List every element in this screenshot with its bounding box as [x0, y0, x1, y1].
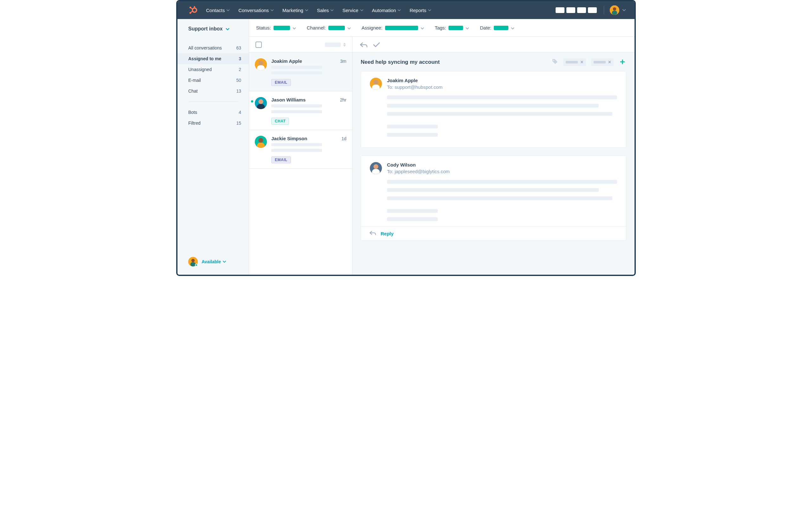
caret-down-icon	[293, 25, 296, 30]
nav-item-reports[interactable]: Reports	[409, 8, 431, 13]
hubspot-logo[interactable]	[188, 5, 198, 15]
svg-point-27	[373, 164, 378, 169]
contact-name: Jason Williams	[271, 97, 306, 103]
svg-point-22	[553, 60, 554, 61]
filter-value-placeholder	[328, 26, 345, 30]
nav-item-automation[interactable]: Automation	[372, 8, 401, 13]
channel-badge: EMAIL	[271, 79, 291, 86]
conversation-card[interactable]: Jason Williams 2hr CHAT	[249, 91, 352, 130]
user-menu[interactable]	[610, 5, 626, 15]
svg-point-5	[194, 6, 195, 8]
svg-rect-21	[257, 143, 265, 148]
filter-value-placeholder	[273, 26, 290, 30]
sidebar-item-label: E-mail	[188, 78, 201, 83]
reply-button[interactable]	[359, 42, 368, 48]
nav-item-conversations[interactable]: Conversations	[238, 8, 273, 13]
conversation-header: Need help syncing my account × ×	[361, 58, 626, 66]
nav-placeholder-button[interactable]	[556, 7, 564, 13]
sidebar-item[interactable]: Bots 4	[177, 107, 249, 118]
caret-down-icon	[223, 261, 226, 263]
preview-placeholder	[271, 143, 322, 146]
chevron-down-icon	[622, 9, 626, 11]
nav-item-service[interactable]: Service	[342, 8, 363, 13]
sidebar-item-count: 2	[239, 67, 241, 72]
sort-toggle[interactable]	[343, 43, 346, 47]
channel-badge: CHAT	[271, 118, 289, 125]
list-toolbar	[249, 37, 352, 52]
unread-indicator-icon	[251, 100, 253, 103]
status-dot-icon	[195, 264, 198, 267]
conversation-detail: Need help syncing my account × ×	[352, 53, 635, 275]
svg-point-20	[258, 138, 263, 143]
sidebar-item-label: Unassigned	[188, 67, 212, 72]
filter-assignee[interactable]: Assignee:	[361, 25, 424, 30]
reply-button[interactable]: Reply	[381, 231, 394, 236]
inbox-selector[interactable]: Support inbox	[177, 26, 249, 32]
sidebar-item-label: Chat	[188, 88, 198, 93]
sidebar-item-label: Assigned to me	[188, 56, 221, 61]
filter-tags[interactable]: Tags:	[435, 25, 469, 30]
select-all-checkbox[interactable]	[256, 42, 262, 48]
sidebar-primary-list: All conversations 63Assigned to me 3Unas…	[177, 43, 249, 97]
message-from: Cody Wilson	[387, 162, 450, 167]
nav-item-marketing[interactable]: Marketing	[282, 8, 308, 13]
nav-placeholder-button[interactable]	[567, 7, 575, 13]
filter-status[interactable]: Status:	[256, 25, 296, 30]
conversation-subject: Need help syncing my account	[361, 59, 547, 65]
remove-tag-icon[interactable]: ×	[608, 60, 611, 65]
preview-placeholder	[271, 149, 322, 152]
conversation-time: 2hr	[340, 98, 346, 103]
inbox-label: Support inbox	[188, 26, 223, 32]
status-avatar[interactable]	[188, 257, 198, 267]
filter-date[interactable]: Date:	[480, 25, 514, 30]
detail-toolbar	[352, 37, 635, 52]
contact-avatar	[255, 136, 267, 148]
nav-placeholder-button[interactable]	[577, 7, 586, 13]
chevron-down-icon	[428, 9, 431, 12]
remove-tag-icon[interactable]: ×	[580, 60, 583, 65]
contact-avatar	[255, 58, 267, 71]
sidebar-item[interactable]: Filtred 15	[177, 118, 249, 129]
svg-point-24	[373, 80, 378, 85]
svg-point-17	[258, 99, 263, 104]
filter-value-placeholder	[494, 26, 509, 30]
user-avatar	[610, 5, 619, 15]
conversation-card[interactable]: Joakim Apple 3m EMAIL	[249, 53, 352, 91]
nav-placeholder-button[interactable]	[588, 7, 597, 13]
availability-toggle[interactable]: Available	[202, 259, 226, 264]
top-nav: Contacts Conversations Marketing Sales S…	[177, 1, 635, 19]
sidebar-item[interactable]: All conversations 63	[177, 43, 249, 53]
sidebar-item-label: Bots	[188, 110, 197, 115]
sidebar-item[interactable]: Assigned to me 3	[177, 53, 249, 64]
svg-point-14	[258, 61, 263, 65]
preview-placeholder	[271, 66, 322, 69]
channel-badge: EMAIL	[271, 156, 291, 163]
sidebar-item[interactable]: Chat 13	[177, 86, 249, 97]
filter-value-placeholder	[385, 26, 418, 30]
sidebar-item-count: 15	[236, 120, 241, 126]
sidebar-footer: Available	[177, 257, 249, 275]
nav-item-sales[interactable]: Sales	[317, 8, 334, 13]
chevron-down-icon	[330, 9, 334, 12]
filter-value-placeholder	[448, 26, 463, 30]
sidebar-divider	[188, 102, 238, 102]
filter-channel[interactable]: Channel:	[307, 25, 351, 30]
preview-placeholder	[271, 71, 322, 75]
tag-chip[interactable]: ×	[591, 58, 614, 66]
sidebar-item[interactable]: E-mail 50	[177, 75, 249, 86]
chevron-down-icon	[271, 9, 273, 12]
nav-item-contacts[interactable]: Contacts	[206, 8, 229, 13]
mark-done-button[interactable]	[373, 42, 380, 48]
conversation-card[interactable]: Jackie Simpson 1d EMAIL	[249, 130, 352, 169]
sidebar-item[interactable]: Unassigned 2	[177, 64, 249, 75]
preview-placeholder	[271, 110, 322, 113]
add-tag-button[interactable]	[619, 59, 626, 65]
caret-down-icon	[226, 26, 229, 32]
toolbar-row	[249, 37, 635, 53]
sidebar-item-count: 13	[236, 88, 241, 93]
caret-up-icon	[343, 43, 346, 45]
message-body	[387, 180, 617, 221]
conversation-time: 3m	[340, 59, 346, 64]
tag-icon[interactable]	[552, 58, 558, 66]
tag-chip[interactable]: ×	[563, 58, 586, 66]
